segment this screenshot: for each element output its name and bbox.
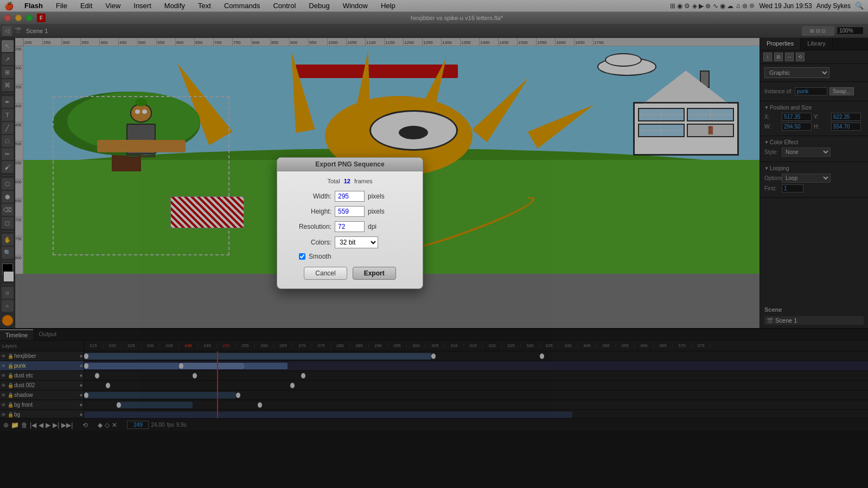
dialog-buttons: Cancel Export bbox=[288, 267, 412, 282]
export-dialog: Export PNG Sequence Total 12 frames Widt… bbox=[277, 157, 423, 289]
height-label: Height: bbox=[288, 208, 331, 215]
resolution-unit: dpi bbox=[368, 223, 376, 230]
cancel-button[interactable]: Cancel bbox=[304, 267, 347, 280]
dialog-overlay: Export PNG Sequence Total 12 frames Widt… bbox=[0, 0, 868, 488]
dialog-info: Total 12 frames bbox=[288, 178, 412, 184]
resolution-input[interactable] bbox=[335, 221, 365, 232]
smooth-label: Smooth bbox=[309, 253, 331, 260]
height-row: Height: pixels bbox=[288, 206, 412, 217]
colors-row: Colors: 32 bit 24 bit 8 bit bbox=[288, 236, 412, 248]
width-unit: pixels bbox=[368, 192, 385, 200]
width-label: Width: bbox=[288, 192, 331, 200]
smooth-checkbox[interactable] bbox=[299, 253, 305, 260]
height-input[interactable] bbox=[335, 206, 365, 217]
dialog-body: Total 12 frames Width: pixels Height: pi… bbox=[277, 171, 423, 288]
smooth-row: Smooth bbox=[288, 253, 412, 260]
export-button[interactable]: Export bbox=[353, 267, 396, 280]
width-input[interactable] bbox=[335, 191, 365, 202]
resolution-row: Resolution: dpi bbox=[288, 221, 412, 232]
colors-label: Colors: bbox=[288, 239, 331, 246]
width-row: Width: pixels bbox=[288, 191, 412, 202]
height-unit: pixels bbox=[368, 208, 385, 215]
dialog-title[interactable]: Export PNG Sequence bbox=[277, 158, 423, 171]
colors-select[interactable]: 32 bit 24 bit 8 bit bbox=[335, 236, 378, 248]
resolution-label: Resolution: bbox=[288, 223, 331, 230]
